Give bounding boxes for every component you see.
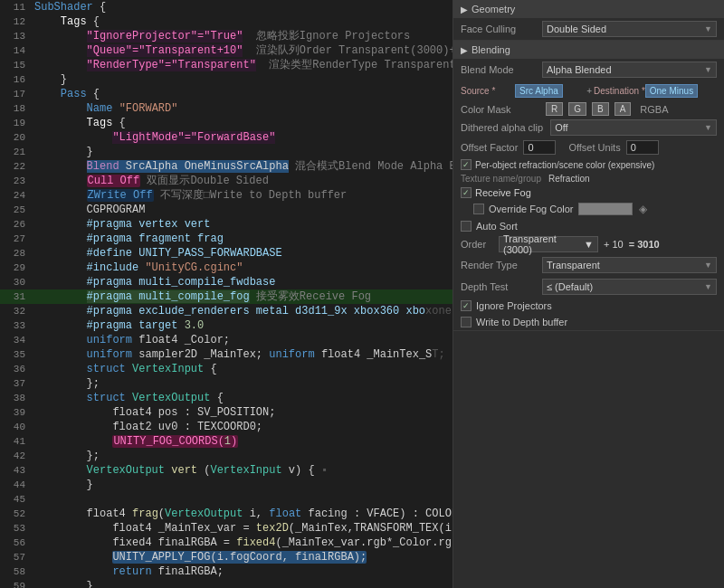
code-line-21: 21 } [0,145,452,159]
dest-label: Destination * [594,86,645,96]
code-line-28: 28 #define UNITY_PASS_FORWARDBASE [0,246,452,261]
order-row: Order Transparent (3000) ▼ + 10 = 3010 [453,234,724,254]
code-line-24: 24 ZWrite Off 不写深度□Write to Depth buffer [0,188,452,203]
dithered-arrow-icon: ▼ [704,123,712,132]
depth-test-value: ≤ (Default) [547,281,593,292]
code-line-18: 18 Name "FORWARD" [0,101,452,116]
code-line-15: 15 "RenderType"="Transparent" 渲染类型Render… [0,58,452,72]
code-line-52: 52 float4 frag(VertexOutput i, float fac… [0,507,452,521]
blending-arrow-icon: ▶ [461,45,468,55]
source-chips: Src Alpha [515,84,586,98]
code-line-58: 58 return finalRGBA; [0,564,452,579]
face-culling-dropdown[interactable]: Double Sided ▼ [542,21,717,37]
per-object-label: Per-object refraction/scene color (expen… [475,160,654,170]
render-type-row: Render Type Transparent ▼ [453,254,724,276]
auto-sort-checkbox[interactable] [461,221,472,232]
code-line-17: 17 Pass { [0,87,452,101]
code-line-35: 35 uniform sampler2D _MainTex; uniform f… [0,347,452,362]
code-line-57: 57 UNITY_APPLY_FOG(i.fogCoord, finalRGBA… [0,550,452,564]
source-chip-srcalpha[interactable]: Src Alpha [515,84,563,98]
source-label: Source * [461,86,515,96]
ignore-projectors-label: Ignore Projectors [476,300,552,311]
order-value: Transparent (3000) [503,233,584,255]
blending-title: Blending [472,44,510,55]
color-mask-row: Color Mask R G B A RGBA [453,100,724,118]
dithered-dropdown[interactable]: Off ▼ [550,119,717,136]
source-plus-icon: + [586,86,592,96]
receive-fog-label: Receive Fog [475,187,531,198]
code-line-11: 11 SubShader { [0,0,452,14]
code-line-44: 44 } [0,478,452,492]
write-depth-row: Write to Depth buffer [453,314,724,330]
fog-color-swatch[interactable] [578,203,633,215]
color-mask-r[interactable]: R [546,102,563,116]
blend-mode-arrow-icon: ▼ [704,65,712,74]
color-mask-label: Color Mask [461,104,542,115]
code-line-32: 32 #pragma exclude_renderers metal d3d11… [0,304,452,318]
code-line-34: 34 uniform float4 _Color; [0,333,452,347]
fog-color-pick-icon[interactable]: ◈ [639,203,647,215]
ignore-projectors-checkbox[interactable] [461,300,472,311]
per-object-row: Per-object refraction/scene color (expen… [453,157,724,172]
per-object-checkbox[interactable] [461,159,472,170]
blend-mode-label: Blend Mode [461,64,542,75]
write-depth-checkbox[interactable] [461,317,472,327]
receive-fog-row: Receive Fog [453,185,724,200]
geometry-section: ▶ Geometry Face Culling Double Sided ▼ [453,0,724,41]
face-culling-value: Double Sided [547,24,606,34]
override-fog-checkbox[interactable] [473,204,484,214]
color-mask-b[interactable]: B [592,102,609,116]
color-mask-a[interactable]: A [614,102,632,116]
blending-section: ▶ Blending Blend Mode Alpha Blended ▼ So… [453,41,724,331]
depth-test-arrow-icon: ▼ [704,282,712,291]
code-line-22: 22 Blend SrcAlpha OneMinusSrcAlpha 混合模式B… [0,159,452,174]
depth-test-row: Depth Test ≤ (Default) ▼ [453,276,724,298]
auto-sort-row: Auto Sort [453,218,724,234]
offset-factor-input[interactable] [523,140,556,155]
code-line-42: 42 }; [0,449,452,463]
depth-test-label: Depth Test [461,281,542,292]
face-culling-row: Face Culling Double Sided ▼ [453,18,724,40]
code-line-37: 37 }; [0,376,452,391]
ignore-projectors-row: Ignore Projectors [453,298,724,314]
auto-sort-label: Auto Sort [476,221,518,232]
texture-value: Refraction [548,174,590,184]
code-line-41: 41 UNITY_FOG_COORDS(1) [0,434,452,449]
code-line-30: 30 #pragma multi_compile_fwdbase [0,275,452,289]
offset-units-label: Offset Units [568,142,620,153]
depth-test-dropdown[interactable]: ≤ (Default) ▼ [542,279,717,295]
order-dropdown[interactable]: Transparent (3000) ▼ [499,236,598,252]
dithered-value: Off [555,122,567,133]
offset-row: Offset Factor Offset Units [453,138,724,157]
code-line-19: 19 Tags { [0,116,452,130]
code-line-23: 23 Cull Off 双面显示Double Sided [0,174,452,188]
write-depth-label: Write to Depth buffer [476,317,567,327]
code-line-40: 40 float2 uv0 : TEXCOORD0; [0,420,452,434]
offset-factor-label: Offset Factor [461,142,518,153]
dest-chip-oneminus[interactable]: One Minus [645,84,698,98]
color-mask-g[interactable]: G [568,102,586,116]
code-line-33: 33 #pragma target 3.0 [0,318,452,333]
dithered-label: Dithered alpha clip [461,122,543,133]
code-line-53: 53 float4 _MainTex_var = tex2D(_MainTex,… [0,521,452,536]
geometry-header[interactable]: ▶ Geometry [453,0,724,18]
blend-mode-value: Alpha Blended [547,64,612,75]
code-line-12: 12 Tags { [0,14,452,29]
code-line-56: 56 fixed4 finalRGBA = fixed4(_MainTex_va… [0,536,452,550]
code-line-13: 13 "IgnoreProjector"="True" 忽略投影Ignore P… [0,29,452,43]
texture-row: Texture name/group Refraction [453,172,724,185]
dest-chips: One Minus [645,84,717,98]
code-editor: 11 SubShader { 12 Tags { 13 "IgnoreProje… [0,0,452,588]
blend-mode-dropdown[interactable]: Alpha Blended ▼ [542,62,717,78]
order-arrow-icon: ▼ [584,239,594,250]
dithered-row: Dithered alpha clip Off ▼ [453,118,724,138]
offset-units-input[interactable] [626,140,659,155]
source-row: Source * Src Alpha + Destination * One M… [453,81,724,100]
code-line-20: 20 "LightMode"="ForwardBase" [0,130,452,145]
blending-header[interactable]: ▶ Blending [453,41,724,59]
receive-fog-checkbox[interactable] [461,187,472,198]
code-line-27: 27 #pragma fragment frag [0,232,452,246]
render-type-dropdown[interactable]: Transparent ▼ [542,257,717,273]
face-culling-arrow-icon: ▼ [704,24,712,33]
blend-mode-row: Blend Mode Alpha Blended ▼ [453,59,724,81]
